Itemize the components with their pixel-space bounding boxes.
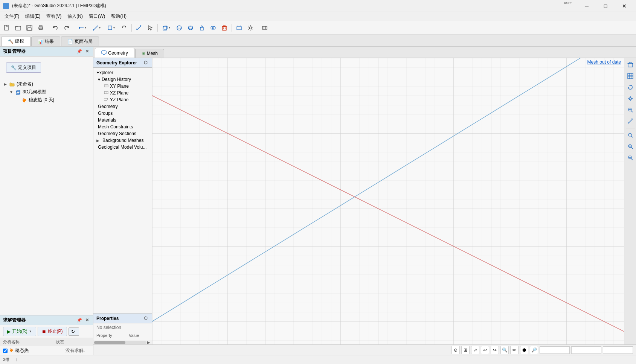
vp-btn-angle[interactable]: ⬢ — [520, 346, 528, 354]
rotate-button[interactable] — [119, 23, 130, 33]
vp-btn-undo2[interactable]: ↩ — [481, 346, 489, 354]
geo-explorer-expand-button[interactable]: ⬡ — [143, 60, 149, 66]
menu-input[interactable]: 输入(N) — [64, 12, 86, 20]
mesh-tab-label: Mesh — [147, 51, 158, 56]
main-toolbar: ▼ ▼ ▼ ▼ — [0, 21, 636, 35]
menu-edit[interactable]: 编辑(E) — [22, 12, 43, 20]
svg-marker-9 — [79, 27, 81, 29]
geo-item-geometry[interactable]: Geometry — [93, 103, 152, 110]
vp-btn-zoom[interactable]: 🔎 — [530, 346, 538, 354]
tab-layout[interactable]: 📄 页面布局 — [61, 37, 99, 46]
vp-coord-input-1[interactable] — [540, 346, 570, 354]
menu-window[interactable]: 窗口(W) — [86, 12, 108, 20]
right-tool-zoom-fit[interactable] — [625, 130, 636, 140]
sphere-button[interactable] — [174, 23, 185, 33]
design-history-expand: ▾ — [98, 77, 100, 82]
scrollbar-thumb[interactable] — [94, 341, 125, 344]
vp-btn-arrow[interactable]: ↗ — [471, 346, 479, 354]
solver-row-checkbox[interactable] — [3, 349, 8, 353]
project-tree: ▶ (未命名) ▼ 3D几何模型 稳态热 [0 天] — [0, 79, 93, 315]
right-tool-home[interactable] — [625, 59, 636, 70]
vp-coord-input-3[interactable] — [603, 346, 633, 354]
scroll-right-button[interactable]: ▶ — [146, 340, 151, 344]
menu-view[interactable]: 查看(V) — [43, 12, 64, 20]
explorer-scrollbar[interactable]: ▶ — [93, 340, 152, 344]
geo-item-background-meshes[interactable]: ▶ Background Meshes — [93, 137, 152, 144]
mesh-out-of-date-label[interactable]: Mesh out of date — [587, 59, 621, 65]
stop-solver-button[interactable]: ⏹ 终止(P) — [38, 327, 67, 336]
new-button[interactable] — [2, 23, 12, 33]
boolean-button[interactable] — [208, 23, 218, 33]
right-tool-pan[interactable] — [625, 93, 636, 104]
layout-icon: 📄 — [67, 39, 73, 44]
tree-item-3d[interactable]: ▼ 3D几何模型 — [3, 88, 90, 96]
define-project-icon: 🔧 — [11, 65, 17, 70]
vp-btn-search2[interactable]: 🔍 — [500, 346, 509, 354]
properties-expand-button[interactable]: ⬡ — [143, 315, 149, 321]
menu-help[interactable]: 帮助(H) — [108, 12, 130, 20]
define-project-button[interactable]: 🔧 定义项目 — [6, 62, 41, 73]
draw-tool-button[interactable]: ▼ — [76, 23, 90, 33]
maximize-button[interactable]: □ — [597, 0, 614, 12]
vp-btn-redo2[interactable]: ↪ — [491, 346, 499, 354]
geo-item-mesh-constraints[interactable]: Mesh Constraints — [93, 123, 152, 130]
print-button[interactable] — [35, 23, 46, 33]
measure-button[interactable] — [134, 23, 144, 33]
tab-modeling[interactable]: 🔨 建模 — [2, 36, 31, 46]
geo-item-xy-plane[interactable]: XY Plane — [93, 83, 152, 90]
solver-pin-button[interactable]: 📌 — [76, 317, 82, 323]
title-bar-left: (未命名)* - GeoStudio 2024.2.1 (TEMP3D建模) — [3, 3, 106, 9]
geo-item-xz-plane[interactable]: XZ Plane — [93, 90, 152, 96]
tree-item-root[interactable]: ▶ (未命名) — [3, 80, 90, 88]
geo-item-explorer[interactable]: Explorer — [93, 69, 152, 76]
extrude-button[interactable] — [197, 23, 207, 33]
menu-file[interactable]: 文件(F) — [2, 12, 22, 20]
vp-btn-grid2[interactable]: ⊞ — [461, 346, 470, 354]
plane-button[interactable] — [234, 23, 244, 33]
box-button[interactable]: ▼ — [160, 23, 173, 33]
solver-close-button[interactable]: ✕ — [84, 317, 90, 323]
save-button[interactable] — [24, 23, 35, 33]
redo-button[interactable] — [61, 23, 72, 33]
right-tool-zoom-out[interactable] — [625, 152, 636, 163]
geo-item-geometry-sections[interactable]: Geometry Sections — [93, 130, 152, 137]
right-tool-zoom-region[interactable] — [625, 105, 636, 115]
geo-item-geological[interactable]: Geological Model Volu... — [93, 144, 152, 151]
panel-pin-button[interactable]: 📌 — [76, 49, 82, 55]
tab-results[interactable]: 📊 结果 — [31, 37, 60, 46]
properties-header: Properties ⬡ — [93, 314, 152, 323]
extra-button[interactable] — [259, 23, 270, 33]
right-tool-rotate[interactable] — [625, 82, 636, 93]
viewport[interactable]: XY x y z Mesh out of date — [152, 58, 624, 344]
svg-line-86 — [631, 136, 633, 137]
right-tool-grid[interactable] — [625, 71, 636, 81]
line-tool-button[interactable]: ▼ — [90, 23, 104, 33]
vp-btn-pencil[interactable]: ✏ — [510, 346, 519, 354]
vp-btn-circle[interactable]: ⊙ — [451, 346, 460, 354]
vp-coord-input-2[interactable] — [571, 346, 601, 354]
select-button[interactable] — [145, 23, 156, 33]
right-tool-zoom-in[interactable] — [625, 141, 636, 152]
right-tool-measure2[interactable] — [625, 116, 636, 126]
delete-geo-button[interactable] — [219, 23, 230, 33]
tab-geometry[interactable]: Geometry — [95, 48, 134, 58]
settings-geo-button[interactable] — [245, 23, 256, 33]
minimize-button[interactable]: ─ — [578, 0, 595, 12]
geo-item-groups[interactable]: Groups — [93, 110, 152, 117]
start-solver-button[interactable]: ▶ 开始(R) ▼ — [3, 327, 36, 336]
geometry-section-label: Geometry — [98, 104, 118, 109]
menu-bar: 文件(F) 编辑(E) 查看(V) 输入(N) 窗口(W) 帮助(H) — [0, 12, 636, 21]
svg-line-10 — [93, 26, 98, 30]
geo-item-yz-plane[interactable]: YZ Plane — [93, 96, 152, 103]
tree-item-steady[interactable]: 稳态热 [0 天] — [3, 96, 90, 104]
torus-button[interactable] — [185, 23, 196, 33]
open-button[interactable] — [13, 23, 23, 33]
panel-close-button[interactable]: ✕ — [84, 49, 90, 55]
refresh-solver-button[interactable]: ↻ — [69, 327, 79, 336]
geo-item-materials[interactable]: Materials — [93, 117, 152, 123]
close-button[interactable]: ✕ — [616, 0, 633, 12]
tab-mesh[interactable]: ⊞ Mesh — [135, 49, 164, 58]
undo-button[interactable] — [50, 23, 61, 33]
shape-tool-button[interactable]: ▼ — [105, 23, 118, 33]
geo-item-design-history[interactable]: ▾ Design History — [93, 76, 152, 83]
